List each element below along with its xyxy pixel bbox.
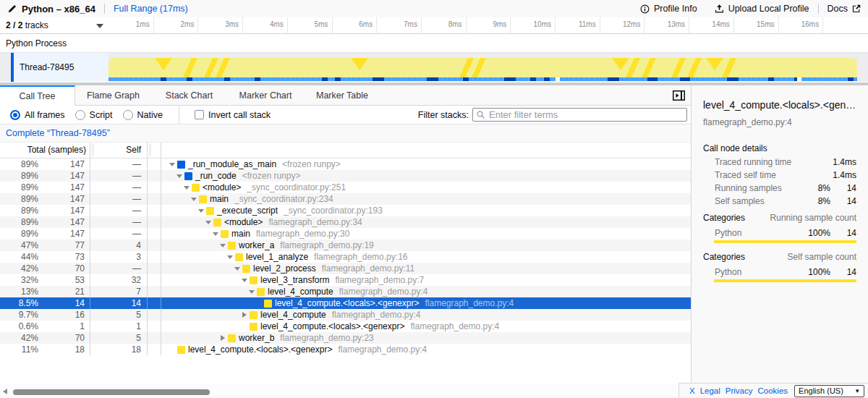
twisty-spacer (169, 347, 175, 352)
process-track-header[interactable]: Python Process (0, 34, 868, 53)
expanded-triangle-icon[interactable] (242, 277, 247, 283)
tree-row-14[interactable]: 0.6%11level_4_compute.<locals>.<genexpr>… (0, 321, 691, 332)
tab-stack-chart[interactable]: Stack Chart (151, 85, 227, 106)
edit-pencil-icon[interactable] (7, 4, 17, 14)
upload-profile-button[interactable]: Upload Local Profile (715, 4, 809, 14)
expanded-triangle-icon[interactable] (220, 242, 226, 248)
tree-row-1[interactable]: 89%147—_run_code<frozen runpy> (0, 170, 691, 182)
twisty-spacer (242, 323, 247, 329)
cell-self: 3 (90, 251, 148, 263)
tab-call-tree[interactable]: Call Tree (0, 85, 75, 106)
cell-total: 11%18 (0, 344, 90, 355)
radio-all-frames[interactable] (10, 110, 20, 120)
radio-native[interactable] (123, 110, 133, 120)
settings-separator (179, 106, 179, 124)
expanded-triangle-icon[interactable] (191, 196, 197, 202)
collapsed-triangle-icon[interactable] (242, 312, 247, 318)
thread-activity-graph[interactable] (109, 58, 857, 81)
sidebar-section-title: Call node details (703, 143, 856, 153)
language-select[interactable]: English (US)▼ (794, 385, 864, 397)
cell-total: 89%147 (0, 228, 90, 240)
expanded-triangle-icon[interactable] (249, 289, 255, 295)
tree-row-3[interactable]: 89%147—main_sync_coordinator.py:234 (0, 193, 691, 205)
profile-info-button[interactable]: Profile Info (640, 4, 697, 14)
tree-row-12[interactable]: 8.5%1414level_4_compute.<locals>.<genexp… (0, 297, 691, 309)
column-header-self[interactable]: Self (90, 143, 148, 158)
filter-stacks-input[interactable] (472, 108, 687, 122)
expanded-triangle-icon[interactable] (213, 231, 218, 237)
radio-native-label[interactable]: Native (137, 110, 163, 120)
radio-all-frames-label[interactable]: All frames (25, 110, 65, 120)
footer-close-link[interactable]: X (689, 386, 695, 395)
scroll-left-arrow-icon[interactable] (3, 389, 7, 394)
tree-row-16[interactable]: 11%1818level_4_compute.<locals>.<genexpr… (0, 344, 691, 355)
tracks-count: 2 / 2 (6, 20, 22, 30)
radio-script-label[interactable]: Script (90, 110, 113, 120)
tree-row-13[interactable]: 9.7%165level_4_computeflamegraph_demo.py… (0, 309, 691, 321)
tree-row-10[interactable]: 32%5332level_3_transformflamegraph_demo.… (0, 274, 691, 286)
footer-privacy-link[interactable]: Privacy (726, 386, 753, 395)
detail-value: 1.4ms (830, 157, 856, 167)
expanded-triangle-icon[interactable] (205, 219, 211, 225)
cell-tree: level_4_compute.<locals>.<genexpr>flameg… (161, 321, 691, 332)
tree-row-6[interactable]: 89%147—mainflamegraph_demo.py:30 (0, 228, 691, 240)
radio-script[interactable] (75, 110, 85, 120)
file-location: flamegraph_demo.py:4 (425, 298, 514, 308)
expanded-triangle-icon[interactable] (184, 185, 190, 190)
cell-total: 89%147 (0, 205, 90, 216)
profile-title[interactable]: Python – x86_64 (22, 4, 95, 14)
cell-icon (148, 263, 161, 274)
panel-tab-bar: Call TreeFlame GraphStack ChartMarker Ch… (0, 85, 691, 106)
footer-cookies-link[interactable]: Cookies (758, 386, 788, 395)
cell-self: 1 (90, 321, 148, 332)
tab-marker-table[interactable]: Marker Table (304, 85, 380, 106)
expanded-triangle-icon[interactable] (169, 161, 175, 167)
tab-flame-graph[interactable]: Flame Graph (75, 85, 151, 106)
docs-link[interactable]: Docs (827, 4, 861, 14)
tree-row-11[interactable]: 13%217level_4_computeflamegraph_demo.py:… (0, 286, 691, 297)
cell-tree: worker_aflamegraph_demo.py:19 (161, 240, 691, 251)
cell-self: 5 (90, 309, 148, 321)
cell-icon (148, 170, 161, 182)
expanded-triangle-icon[interactable] (234, 266, 240, 271)
function-name: level_2_process (253, 263, 316, 274)
column-header-total[interactable]: Total (samples) (0, 143, 90, 158)
expanded-triangle-icon[interactable] (176, 173, 182, 179)
cell-self: — (90, 263, 148, 274)
cell-tree: _run_module_as_main<frozen runpy> (161, 158, 691, 170)
file-location: flamegraph_demo.py:19 (280, 240, 373, 250)
tree-row-2[interactable]: 89%147—<module>_sync_coordinator.py:251 (0, 182, 691, 193)
function-name: level_4_compute (260, 310, 326, 320)
call-tree-settings-row: All frames Script Native Invert call sta… (0, 106, 691, 124)
invert-call-stack-label[interactable]: Invert call stack (208, 110, 271, 120)
file-location: flamegraph_demo.py:4 (410, 321, 499, 331)
function-name: _run_module_as_main (188, 159, 276, 169)
breadcrumb-complete-thread-link[interactable]: Complete “Thread-78495” (6, 128, 110, 138)
thread-track-label[interactable]: Thread-78495 (11, 53, 109, 82)
cell-icon (148, 344, 161, 355)
sidebar-toggle-icon[interactable] (673, 90, 685, 101)
thread-track-row[interactable]: Thread-78495 (0, 53, 868, 82)
cell-icon (148, 240, 161, 251)
tree-row-5[interactable]: 89%147—<module>flamegraph_demo.py:34 (0, 216, 691, 228)
function-name: worker_b (239, 333, 274, 343)
cell-tree: level_1_analyzeflamegraph_demo.py:16 (161, 251, 691, 263)
tree-row-8[interactable]: 44%733level_1_analyzeflamegraph_demo.py:… (0, 251, 691, 263)
tracks-dropdown-button[interactable]: 2 / 2 tracks (6, 17, 48, 33)
ruler-tick-label: 1ms (106, 20, 150, 28)
collapsed-triangle-icon[interactable] (220, 335, 226, 341)
tab-marker-chart[interactable]: Marker Chart (227, 85, 304, 106)
sidebar-file-location: flamegraph_demo.py:4 (703, 117, 856, 127)
tree-row-0[interactable]: 89%147—_run_module_as_main<frozen runpy> (0, 158, 691, 170)
tree-row-15[interactable]: 42%705worker_bflamegraph_demo.py:23 (0, 332, 691, 344)
full-range-link[interactable]: Full Range (17ms) (114, 4, 188, 14)
expanded-triangle-icon[interactable] (227, 254, 233, 260)
scrollbar-thumb[interactable] (13, 389, 210, 395)
tree-row-9[interactable]: 42%70—level_2_processflamegraph_demo.py:… (0, 263, 691, 274)
invert-call-stack-checkbox[interactable] (195, 110, 204, 119)
footer-legal-link[interactable]: Legal (700, 386, 720, 395)
expanded-triangle-icon[interactable] (198, 208, 204, 213)
tree-row-7[interactable]: 47%774worker_aflamegraph_demo.py:19 (0, 240, 691, 251)
ruler-tick-label: 15ms (731, 20, 775, 28)
tree-row-4[interactable]: 89%147—_execute_script_sync_coordinator.… (0, 205, 691, 216)
